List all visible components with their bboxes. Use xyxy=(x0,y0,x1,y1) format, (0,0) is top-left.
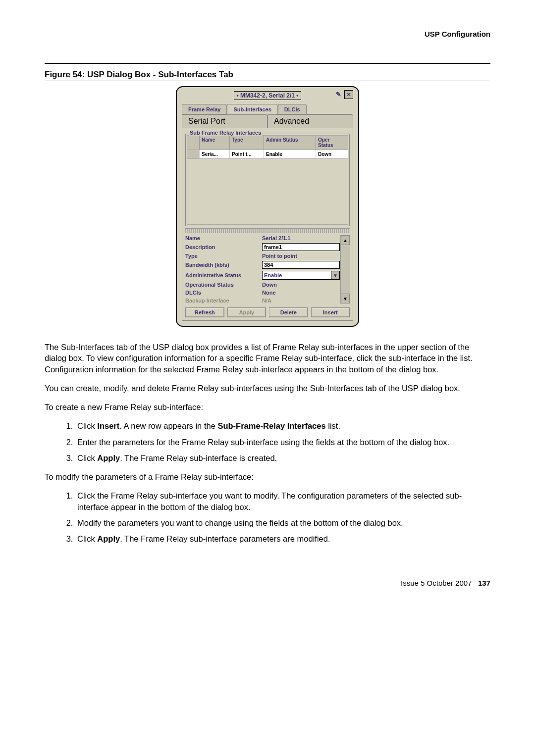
pin-icon[interactable]: ✎ xyxy=(334,90,342,98)
col-name[interactable]: Name xyxy=(200,136,230,150)
value-type: Point to point xyxy=(262,253,340,259)
dialog-title: • MM342-2, Serial 2/1 • xyxy=(234,91,301,100)
value-backup-interface: N/A xyxy=(262,298,340,303)
admin-status-select[interactable]: Enable ▼ xyxy=(262,271,340,280)
label-type: Type xyxy=(185,253,262,259)
create-steps: Click Insert. A new row appears in the S… xyxy=(45,420,490,463)
properties-panel: ▲ ▼ Name Serial 2/1.1 Description Type P… xyxy=(185,235,350,303)
label-dlcis: DLCIs xyxy=(185,290,262,296)
list-item: Click Apply. The Frame Relay sub-interfa… xyxy=(75,533,490,544)
list-item: Click the Frame Relay sub-interface you … xyxy=(75,490,490,512)
cell-name: Seria... xyxy=(200,150,230,158)
description-field[interactable] xyxy=(262,243,340,251)
tab-frame-relay[interactable]: Frame Relay xyxy=(182,104,227,114)
tab-serial-port[interactable]: Serial Port xyxy=(182,114,268,128)
list-item: Modify the parameters you want to change… xyxy=(75,517,490,528)
cell-type: Point t... xyxy=(230,150,264,158)
cell-admin: Enable xyxy=(264,150,316,158)
value-oper-status: Down xyxy=(262,282,340,288)
table-row[interactable]: Seria... Point t... Enable Down xyxy=(187,150,348,159)
tab-advanced[interactable]: Advanced xyxy=(268,114,353,128)
figure-caption: Figure 54: USP Dialog Box - Sub-Interfac… xyxy=(45,70,490,80)
sub-frame-relay-group: Sub Frame Relay Interfaces Name Type Adm… xyxy=(185,134,350,226)
paragraph: To modify the parameters of a Frame Rela… xyxy=(45,471,490,482)
bandwidth-field[interactable] xyxy=(262,261,340,269)
label-bandwidth: Bandwidth (kb/s) xyxy=(185,262,262,268)
admin-status-value: Enable xyxy=(264,272,282,278)
label-oper-status: Operational Status xyxy=(185,282,262,288)
tab-sub-interfaces[interactable]: Sub-Interfaces xyxy=(227,104,277,114)
paragraph: To create a new Frame Relay sub-interfac… xyxy=(45,402,490,412)
row-selector[interactable] xyxy=(187,150,200,158)
label-name: Name xyxy=(185,235,262,241)
col-oper-status[interactable]: Oper Status xyxy=(316,136,348,150)
rule-top xyxy=(45,63,490,64)
grid-empty-area xyxy=(187,159,348,225)
dialog-buttons: Refresh Apply Delete Insert xyxy=(185,307,350,317)
value-dlcis: None xyxy=(262,290,340,296)
section-header: USP Configuration xyxy=(45,30,490,38)
close-icon[interactable]: × xyxy=(344,90,353,99)
list-item: Click Apply. The Frame Relay sub-interfa… xyxy=(75,453,490,463)
delete-button[interactable]: Delete xyxy=(269,307,308,317)
list-item: Click Insert. A new row appears in the S… xyxy=(75,420,490,431)
apply-button[interactable]: Apply xyxy=(227,307,267,317)
scroll-down-icon[interactable]: ▼ xyxy=(341,294,350,303)
modify-steps: Click the Frame Relay sub-interface you … xyxy=(45,490,490,544)
col-admin-status[interactable]: Admin Status xyxy=(264,136,316,150)
tab-pane: Sub Frame Relay Interfaces Name Type Adm… xyxy=(182,128,353,321)
col-type[interactable]: Type xyxy=(230,136,264,150)
rule-bottom xyxy=(45,81,490,81)
list-item: Enter the parameters for the Frame Relay… xyxy=(75,437,490,448)
value-name: Serial 2/1.1 xyxy=(262,235,340,241)
label-backup-interface: Backup Interface xyxy=(185,298,262,303)
splitter[interactable] xyxy=(185,228,350,233)
label-description: Description xyxy=(185,244,262,250)
grid-header: Name Type Admin Status Oper Status xyxy=(187,135,348,150)
group-label: Sub Frame Relay Interfaces xyxy=(189,130,262,136)
paragraph: The Sub-Interfaces tab of the USP dialog… xyxy=(45,342,490,375)
usp-dialog: • MM342-2, Serial 2/1 • ✎ × Frame Relay … xyxy=(176,86,359,327)
sub-tabs: Serial Port Advanced xyxy=(182,114,353,128)
label-admin-status: Administrative Status xyxy=(185,272,262,278)
insert-button[interactable]: Insert xyxy=(311,307,350,317)
page-footer: Issue 5 October 2007 137 xyxy=(45,579,490,587)
refresh-button[interactable]: Refresh xyxy=(185,307,224,317)
properties-scrollbar[interactable]: ▲ ▼ xyxy=(340,235,350,303)
scroll-up-icon[interactable]: ▲ xyxy=(341,235,350,245)
top-tabs: Frame Relay Sub-Interfaces DLCIs xyxy=(182,104,353,114)
paragraph: You can create, modify, and delete Frame… xyxy=(45,383,490,394)
cell-oper: Down xyxy=(316,150,348,158)
chevron-down-icon[interactable]: ▼ xyxy=(331,271,339,279)
tab-dlcis[interactable]: DLCIs xyxy=(278,104,307,114)
